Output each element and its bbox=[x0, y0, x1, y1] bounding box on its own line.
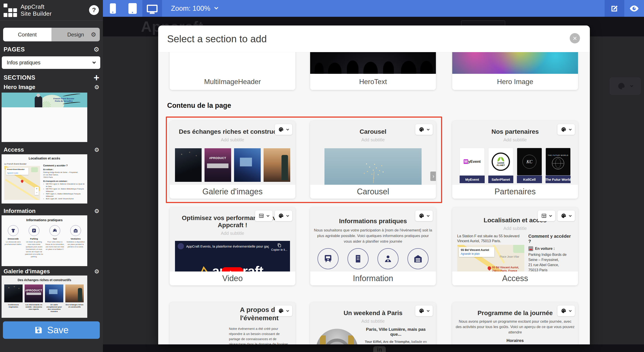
device-phone-button[interactable] bbox=[103, 0, 122, 17]
video-title: AppCraft Events, la plateforme événement… bbox=[186, 244, 269, 249]
carousel-next-button[interactable]: › bbox=[430, 172, 436, 181]
section-label: Access bbox=[4, 146, 24, 153]
card-layout-button[interactable] bbox=[255, 210, 272, 221]
gallery-photo bbox=[45, 285, 63, 302]
speaker-illustration bbox=[35, 96, 42, 107]
hero-thumb-text: French Event Booster Porte de Versailles bbox=[53, 97, 74, 102]
section-card-partners[interactable]: Nos partenaires Add subtitle MyEvent MyE… bbox=[452, 121, 578, 199]
section-row-hero: Hero Image ⚙ bbox=[0, 84, 103, 91]
section-card-weekend[interactable]: Un weekend à Paris Add subtitle Paris, V… bbox=[310, 302, 436, 345]
parking-icon: P bbox=[29, 225, 40, 236]
app-title-line1: AppCraft bbox=[20, 3, 52, 10]
section-gear-icon[interactable]: ⚙ bbox=[94, 84, 99, 90]
device-tablet-button[interactable] bbox=[122, 0, 142, 17]
section-row-access: Access ⚙ bbox=[0, 146, 103, 153]
edit-icon bbox=[610, 4, 619, 13]
tab-design[interactable]: Design ⚙ bbox=[52, 28, 100, 41]
add-subtitle-placeholder: Add subtitle bbox=[170, 137, 295, 142]
section-thumb-access[interactable]: Localisation et accès Le French Event Bo… bbox=[2, 154, 87, 204]
card-style-button[interactable] bbox=[275, 306, 292, 316]
section-gear-icon[interactable]: ⚙ bbox=[94, 269, 99, 274]
card-preview: Localisation et accès Add subtitle La St… bbox=[452, 207, 578, 272]
device-desktop-button[interactable] bbox=[142, 0, 162, 17]
zoom-dropdown[interactable]: Zoom: 100% bbox=[171, 4, 218, 12]
section-card-information[interactable]: Informations pratiques Nous souhaitons q… bbox=[310, 207, 436, 285]
save-button[interactable]: Save bbox=[3, 321, 100, 339]
card-style-button[interactable] bbox=[558, 306, 575, 316]
gallery-photo bbox=[175, 148, 202, 182]
map-info-box: 55 Bd Vincent Auriol Agrandir le plan bbox=[459, 247, 494, 257]
chevron-down-icon bbox=[266, 214, 270, 217]
modal-title: Select a section to add bbox=[167, 33, 267, 44]
building-icon bbox=[348, 248, 368, 269]
taxi-icon bbox=[50, 225, 60, 236]
chevron-down-icon bbox=[549, 214, 552, 217]
section-card-about[interactable]: A propos de l'évènement Notre événement … bbox=[170, 302, 295, 345]
card-layout-button[interactable] bbox=[538, 210, 555, 221]
gallery-photo bbox=[264, 148, 290, 182]
card-style-button[interactable] bbox=[415, 306, 433, 316]
palette-icon bbox=[278, 213, 284, 219]
weekend-heading: Paris, Ville Lumière, mais pas que... bbox=[362, 327, 430, 337]
card-style-button[interactable] bbox=[558, 124, 575, 135]
card-style-button[interactable] bbox=[415, 210, 433, 221]
section-thumb-gallery[interactable]: Des échanges riches et constructifs Conf… bbox=[2, 276, 87, 318]
section-card-video[interactable]: Optimisez vos performances avec Appcraft… bbox=[170, 207, 295, 285]
card-preview: A propos de l'évènement Notre événement … bbox=[170, 302, 295, 345]
page-selector[interactable]: Infos pratiques bbox=[2, 56, 100, 69]
card-style-button[interactable] bbox=[275, 124, 292, 135]
section-card-programme[interactable]: Programme de la journée Nous avons prépa… bbox=[452, 302, 578, 345]
linkedin-icon: in bbox=[373, 346, 386, 352]
add-section-icon[interactable]: + bbox=[94, 74, 99, 82]
about-image-placeholder bbox=[175, 302, 229, 345]
kollcell-logo: KC bbox=[522, 155, 536, 169]
section-thumb-information[interactable]: Informations pratiques Dresscode Le dres… bbox=[2, 215, 87, 266]
card-label: Hero Image bbox=[452, 74, 578, 90]
section-card-access[interactable]: Localisation et accès Add subtitle La St… bbox=[452, 207, 578, 285]
edit-mode-button[interactable] bbox=[604, 0, 624, 17]
chevron-down-icon bbox=[569, 128, 572, 131]
section-gear-icon[interactable]: ⚙ bbox=[94, 208, 99, 214]
tab-content[interactable]: Content bbox=[3, 28, 52, 41]
card-style-button[interactable] bbox=[415, 124, 433, 135]
train-icon bbox=[318, 248, 338, 269]
section-thumb-hero[interactable]: French Event Booster Porte de Versailles bbox=[2, 93, 87, 142]
group-heading: Contenu de la page bbox=[167, 101, 231, 110]
card-label: Galerie d'images bbox=[170, 185, 295, 199]
palette-icon bbox=[278, 127, 284, 132]
chevron-down-icon bbox=[214, 5, 218, 9]
help-button[interactable]: ? bbox=[89, 5, 99, 15]
question-icon: ? bbox=[92, 6, 96, 14]
add-subtitle-placeholder: Add subtitle bbox=[170, 231, 295, 236]
preview-subtitle: Nous avons préparé un programme excitant… bbox=[456, 319, 575, 335]
card-label: MultiImageHeader bbox=[170, 74, 295, 90]
card-style-button[interactable] bbox=[558, 210, 575, 221]
close-button[interactable]: × bbox=[570, 33, 580, 43]
preview-button[interactable] bbox=[624, 0, 644, 17]
add-section-modal: Select a section to add × MultiImageHead… bbox=[158, 25, 590, 345]
add-subtitle-placeholder: Add subtitle bbox=[452, 226, 578, 231]
pages-header-row: PAGES ⚙ bbox=[0, 46, 103, 53]
pages-gear-icon[interactable]: ⚙ bbox=[94, 46, 99, 53]
crowd-silhouette bbox=[314, 63, 324, 74]
copy-link-control: Copier le li... bbox=[271, 243, 287, 251]
card-preview: Carousel Add subtitle › bbox=[310, 121, 436, 185]
card-style-button[interactable] bbox=[275, 210, 292, 221]
car-icon: 🚗 bbox=[528, 246, 533, 251]
section-gear-icon[interactable]: ⚙ bbox=[94, 147, 99, 153]
section-card-carousel[interactable]: Carousel Add subtitle › Carousel bbox=[310, 121, 436, 199]
map-enlarge-link[interactable]: Agrandir le plan bbox=[461, 252, 480, 255]
card-label: Access bbox=[452, 272, 578, 285]
design-gear-icon[interactable]: ⚙ bbox=[91, 31, 96, 38]
card-preview: Programme de la journée Nous avons prépa… bbox=[452, 302, 578, 345]
youtube-play-button[interactable] bbox=[222, 267, 243, 272]
copy-icon bbox=[277, 243, 282, 248]
palette-icon bbox=[618, 82, 625, 90]
section-card-gallery[interactable]: Des échanges riches et constructifs Add … bbox=[170, 121, 295, 199]
palette-icon bbox=[561, 308, 566, 314]
desktop-icon bbox=[147, 5, 158, 12]
topbar: Zoom: 100% bbox=[103, 0, 644, 17]
eye-icon bbox=[629, 3, 639, 14]
chevron-down-icon bbox=[286, 214, 289, 217]
paris-monument-image bbox=[316, 329, 358, 345]
